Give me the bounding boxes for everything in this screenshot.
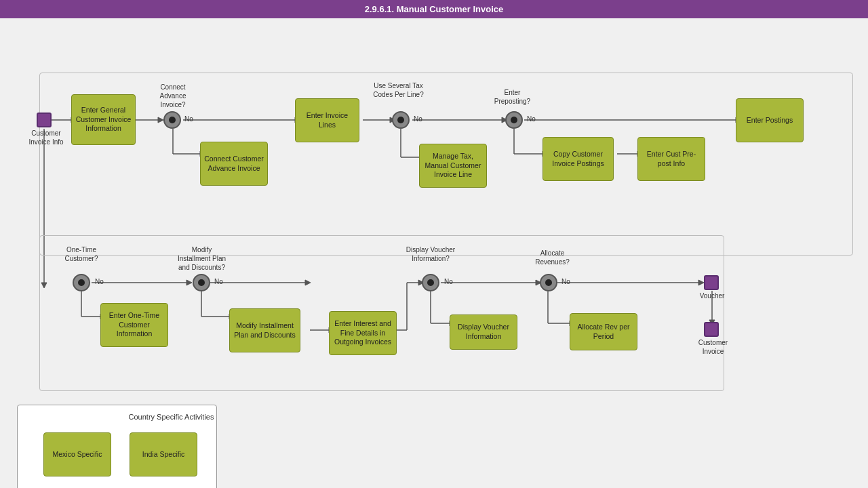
mexico-specific-node[interactable]: Mexico Specific: [43, 432, 111, 476]
allocate-rev-node[interactable]: Allocate Rev per Period: [570, 313, 637, 350]
enter-general-node[interactable]: Enter General Customer Invoice Informati…: [71, 94, 136, 145]
modify-inst-label: Modify Installment Plan and Discounts?: [176, 245, 227, 272]
enter-prepost-gateway: [505, 111, 523, 129]
enter-one-time-node[interactable]: Enter One-Time Customer Information: [100, 303, 168, 347]
customer-invoice-info-label: Customer Invoice Info: [22, 129, 70, 146]
one-time-gateway: [73, 274, 90, 291]
customer-invoice-label: Customer Invoice: [688, 338, 738, 356]
page-title: 2.9.6.1. Manual Customer Invoice: [365, 4, 503, 14]
connect-advance-no-label: No: [184, 115, 193, 123]
enter-postings-node[interactable]: Enter Postings: [736, 98, 804, 142]
display-voucher-node[interactable]: Display Voucher Information: [450, 314, 517, 350]
manage-tax-node[interactable]: Manage Tax, Manual Customer Invoice Line: [419, 144, 487, 188]
customer-invoice-event: [704, 322, 719, 337]
modify-inst-no-label: No: [214, 277, 223, 286]
enter-interest-node[interactable]: Enter Interest and Fine Details in Outgo…: [329, 311, 397, 355]
page-header: 2.9.6.1. Manual Customer Invoice: [0, 0, 868, 18]
modify-installment-node[interactable]: Modify Installment Plan and Discounts: [229, 308, 300, 352]
copy-invoice-postings-node[interactable]: Copy Customer Invoice Postings: [542, 137, 614, 181]
use-tax-codes-label: Use Several Tax Codes Per Line?: [373, 81, 424, 99]
legend-box: Country Specific Activities Mexico Speci…: [17, 405, 217, 488]
enter-invoice-lines-node[interactable]: Enter Invoice Lines: [295, 98, 359, 142]
one-time-customer-label: One-Time Customer?: [58, 245, 105, 263]
canvas: Customer Invoice Info Enter General Cust…: [0, 18, 868, 486]
display-voucher-gw-label: Display Voucher Information?: [405, 245, 456, 263]
voucher-label: Voucher: [692, 291, 732, 300]
customer-invoice-info-event: [37, 113, 52, 127]
connect-advance-invoice-node[interactable]: Connect Customer Advance Invoice: [200, 142, 268, 186]
enter-prepost-info-node[interactable]: Enter Cust Pre-post Info: [637, 137, 705, 181]
enter-prepost-label: Enter Preposting?: [490, 88, 534, 106]
use-tax-gateway: [392, 111, 410, 129]
connect-advance-label: Connect Advance Invoice?: [149, 83, 197, 109]
allocate-rev-label: Allocate Revenues?: [530, 249, 574, 266]
allocate-rev-gateway: [540, 274, 557, 291]
voucher-event: [704, 275, 719, 290]
enter-prepost-no-label: No: [527, 115, 536, 123]
display-voucher-gateway: [422, 274, 439, 291]
modify-inst-gateway: [193, 274, 210, 291]
display-voucher-no-label: No: [444, 277, 453, 286]
india-specific-node[interactable]: India Specific: [130, 432, 197, 476]
use-tax-no-label: No: [414, 115, 422, 123]
legend-title: Country Specific Activities: [72, 412, 271, 422]
allocate-rev-no-label: No: [561, 277, 570, 286]
one-time-no-label: No: [95, 277, 104, 286]
connect-advance-gateway: [163, 111, 181, 129]
